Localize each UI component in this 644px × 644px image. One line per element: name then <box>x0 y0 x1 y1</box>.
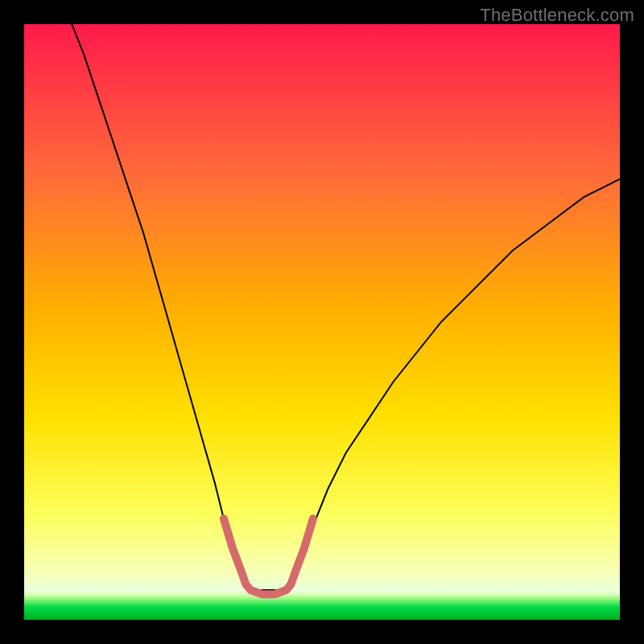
gradient-background <box>24 24 620 620</box>
bottom-stripes <box>24 593 620 620</box>
chart-frame: TheBottleneck.com <box>0 0 644 644</box>
plot-area <box>24 24 620 620</box>
plot-svg <box>24 24 620 620</box>
svg-rect-11 <box>24 617 620 620</box>
watermark-text: TheBottleneck.com <box>480 5 634 26</box>
